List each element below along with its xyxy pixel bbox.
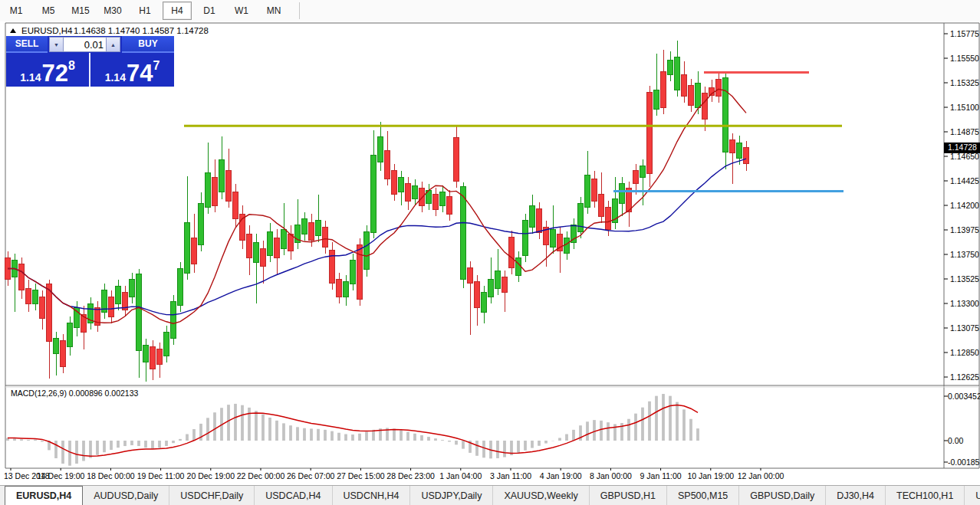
svg-text:20 Dec 19:00: 20 Dec 19:00 [187,471,235,480]
tf-button-m1[interactable]: M1 [2,2,31,20]
buy-price[interactable]: 1.14 74 7 [90,53,174,87]
buy-price-main: 74 [127,64,153,83]
lot-size-input[interactable] [64,37,106,52]
tf-button-h1[interactable]: H1 [130,2,159,20]
svg-text:1.14875: 1.14875 [950,127,979,136]
chart-tab-usdjpy-daily[interactable]: USDJPY,Daily [410,486,493,505]
buy-price-pip: 7 [153,60,159,72]
chart-tab-usdchf-daily[interactable]: USDCHF,Daily [169,486,255,505]
svg-text:28 Dec 23:00: 28 Dec 23:00 [386,471,435,480]
sell-button[interactable]: SELL [6,36,48,53]
chart-tab-usdcad-h4[interactable]: USDCAD,H4 [255,486,332,505]
macd-pane: MACD(12,26,9) 0.000896 0.0021330.0034520… [8,389,980,467]
svg-text:27 Dec 15:00: 27 Dec 15:00 [337,471,385,480]
chart-tab-audusd-daily[interactable]: AUDUSD,Daily [83,486,169,505]
svg-text:0.00: 0.00 [948,436,964,445]
chart-tab-usdcnh-h4[interactable]: USDCNH,H4 [333,486,411,505]
lot-increase-button[interactable]: ▲ [106,37,120,52]
svg-text:26 Dec 07:00: 26 Dec 07:00 [287,471,335,480]
svg-text:1.15100: 1.15100 [950,103,979,112]
chart-tab-bar: EURUSD,H4AUDUSD,DailyUSDCHF,DailyUSDCAD,… [0,485,980,505]
candles [5,41,749,382]
chart-tab-dj30-h4[interactable]: DJ30,H4 [826,486,886,505]
tf-button-mn[interactable]: MN [259,2,288,20]
chart-title: EURUSD,H41.14638 1.14740 1.14587 1.14728 [10,26,209,35]
svg-text:-0.001851: -0.001851 [948,457,980,467]
svg-text:0.003452: 0.003452 [948,392,980,401]
tf-button-w1[interactable]: W1 [227,2,256,20]
tf-button-m5[interactable]: M5 [34,2,63,20]
svg-text:1.15325: 1.15325 [950,78,979,87]
macd-label: MACD(12,26,9) 0.000896 0.002133 [11,389,139,398]
tf-button-h4[interactable]: H4 [163,2,192,20]
chart-tab-ukoil-h1[interactable]: UKOil,H1 [965,486,980,505]
svg-text:1.15550: 1.15550 [950,54,979,63]
sell-price-pip: 8 [68,60,75,72]
chart-tab-xauusd-weekly[interactable]: XAUUSD,Weekly [493,486,589,505]
one-click-trading-panel: SELL ▼ ▲ BUY 1.14 72 8 1.14 74 7 [6,36,174,87]
timeframe-toolbar: M1M5M15M30H1H4D1W1MN [0,0,980,21]
svg-text:19 Dec 11:00: 19 Dec 11:00 [137,471,185,480]
svg-text:1.13975: 1.13975 [950,225,979,234]
lot-decrease-button[interactable]: ▼ [49,37,64,52]
svg-text:1.13300: 1.13300 [950,299,979,308]
sell-price[interactable]: 1.14 72 8 [6,53,90,87]
lot-size-control: ▼ ▲ [48,36,122,53]
tf-button-d1[interactable]: D1 [195,2,224,20]
chart-tab-eurusd-h4[interactable]: EURUSD,H4 [5,486,83,505]
price-chart-canvas[interactable]: 1.157751.155501.153251.151001.148751.146… [0,21,980,485]
mt4-window: { "toolbar": { "timeframes": [ {"label":… [0,0,980,505]
svg-text:1.12625: 1.12625 [950,372,979,382]
svg-text:8 Jan 00:00: 8 Jan 00:00 [590,471,632,480]
svg-text:4 Jan 19:00: 4 Jan 19:00 [540,471,582,480]
chart-symbol-marker-icon [10,28,16,33]
svg-text:1.14200: 1.14200 [950,201,979,210]
sell-price-main: 72 [41,64,67,83]
svg-text:1 Jan 04:00: 1 Jan 04:00 [439,471,482,480]
svg-text:10 Jan 19:00: 10 Jan 19:00 [687,471,734,480]
svg-text:1.13075: 1.13075 [950,323,979,333]
chart-tab-sp500-m15[interactable]: SP500,M15 [667,486,739,505]
svg-text:1.13750: 1.13750 [950,250,979,259]
svg-text:3 Jan 11:00: 3 Jan 11:00 [490,471,531,480]
chart-tab-tech100-h1[interactable]: TECH100,H1 [886,486,965,505]
svg-text:1.12850: 1.12850 [950,348,979,357]
tf-button-m30[interactable]: M30 [98,2,127,20]
svg-text:9 Jan 11:00: 9 Jan 11:00 [640,471,682,480]
svg-text:1.13525: 1.13525 [950,274,979,284]
price-axis: 1.157751.155501.153251.151001.148751.146… [944,29,980,382]
buy-price-prefix: 1.14 [105,72,126,83]
sell-price-prefix: 1.14 [20,72,41,83]
chart-tab-gbpusd-daily[interactable]: GBPUSD,Daily [739,486,826,505]
svg-text:18 Dec 00:00: 18 Dec 00:00 [87,471,135,480]
svg-text:14 Dec 19:00: 14 Dec 19:00 [37,471,85,480]
current-price-badge: 1.14728 [948,143,977,152]
svg-text:22 Dec 00:00: 22 Dec 00:00 [237,471,285,480]
svg-text:1.15775: 1.15775 [950,29,979,38]
buy-button[interactable]: BUY [122,36,174,53]
chart-tab-gbpusd-h1[interactable]: GBPUSD,H1 [590,486,667,505]
svg-text:1.14638 1.14740 1.14587 1.1472: 1.14638 1.14740 1.14587 1.14728 [74,26,209,35]
svg-text:EURUSD,H4: EURUSD,H4 [21,26,73,35]
svg-text:12 Jan 00:00: 12 Jan 00:00 [738,471,784,480]
svg-text:1.14425: 1.14425 [950,176,979,185]
toolbar-separator [299,2,300,19]
time-axis: 13 Dec 201814 Dec 19:0018 Dec 00:0019 De… [4,468,784,480]
tf-button-m15[interactable]: M15 [66,2,95,20]
